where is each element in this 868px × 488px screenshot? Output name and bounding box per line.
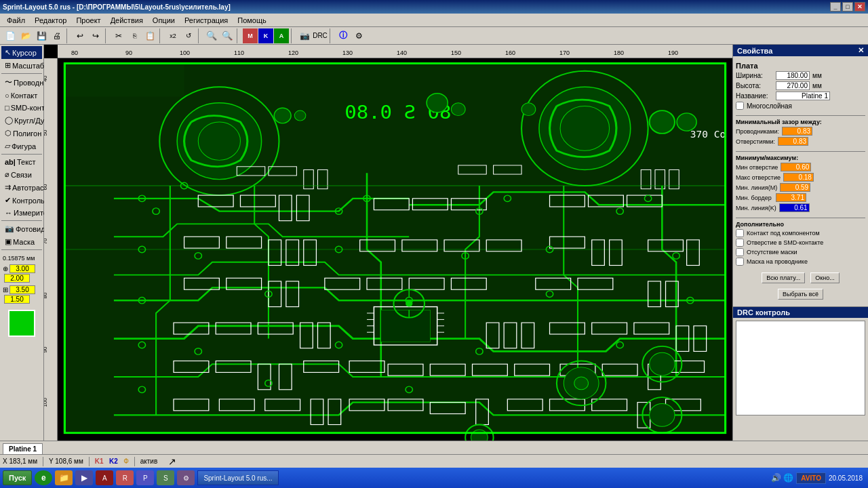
- width-unit: мм: [812, 72, 822, 79]
- min-lineK-value: 0.61: [779, 203, 810, 212]
- tool-polygon[interactable]: ⬡ Полигон: [1, 127, 42, 140]
- svg-point-125: [650, 352, 675, 375]
- taskbar-icon-ie[interactable]: e: [35, 470, 52, 485]
- select-all-button[interactable]: Выбрать всё: [778, 289, 823, 300]
- pcb-canvas[interactable]: 80 S 0.80 370 Co: [58, 58, 732, 441]
- layer-all-button[interactable]: A: [274, 28, 289, 43]
- pcb-area[interactable]: 80 90 100 110 120 130 140 150 160 170 18…: [44, 45, 732, 441]
- drc-header: DRC контроль: [733, 307, 868, 318]
- close-button[interactable]: ✕: [854, 2, 865, 12]
- tool-connect[interactable]: ⌀ Связи: [1, 168, 42, 181]
- rotate-button[interactable]: ↺: [181, 28, 196, 43]
- taskbar-icon-pcb[interactable]: S: [157, 470, 174, 485]
- arc-icon: ◯: [5, 116, 13, 125]
- zoom-out-button[interactable]: 🔍-: [220, 28, 235, 43]
- drc-title: DRC контроль: [737, 308, 790, 317]
- mask-wire-checkbox[interactable]: [736, 258, 744, 266]
- multilayer-checkbox[interactable]: [736, 102, 744, 110]
- contact-comp-checkbox[interactable]: [736, 229, 744, 237]
- taskbar-sprint[interactable]: Sprint-Layout 5.0 rus...: [197, 470, 278, 485]
- new-button[interactable]: 📄: [3, 28, 18, 43]
- menu-file[interactable]: Файл: [3, 15, 29, 26]
- name-input[interactable]: [776, 92, 830, 100]
- section-divider-2: [736, 151, 865, 152]
- menu-project[interactable]: Проект: [72, 15, 104, 26]
- taskbar-icon-app3[interactable]: P: [136, 470, 154, 485]
- layer-k-button[interactable]: K: [258, 28, 273, 43]
- menu-actions[interactable]: Действия: [106, 15, 147, 26]
- width-input[interactable]: [776, 71, 810, 80]
- tool-smd[interactable]: □ SMD-конт: [1, 102, 42, 114]
- taskbar-icon-folder[interactable]: 📁: [55, 470, 73, 485]
- tool-autoroute[interactable]: ⇉ Автотрасса: [1, 181, 42, 194]
- polygon-icon: ⬡: [5, 129, 12, 138]
- height-input[interactable]: [776, 81, 810, 90]
- ruler-mark-150: 150: [451, 49, 461, 56]
- taskbar-icon-app1[interactable]: A: [96, 470, 113, 485]
- print-button[interactable]: 🖨: [50, 28, 64, 43]
- menu-options[interactable]: Опции: [149, 15, 179, 26]
- hole-smd-checkbox[interactable]: [736, 239, 744, 247]
- drc-button[interactable]: DRC: [313, 28, 328, 43]
- tab-platine1[interactable]: Platine 1: [3, 443, 43, 454]
- menu-edit[interactable]: Редактор: [31, 15, 71, 26]
- zoom-in-button[interactable]: 🔍: [204, 28, 219, 43]
- layer-m-button[interactable]: M: [243, 28, 258, 43]
- taskbar: Пуск e 📁 ▶ A R P S ⚙ Sprint-Layout 5.0 r…: [0, 468, 868, 488]
- menu-help[interactable]: Помощь: [233, 15, 271, 26]
- svg-point-127: [650, 403, 675, 426]
- tool-pad[interactable]: ○ Контакт: [1, 89, 42, 102]
- no-mask-checkbox[interactable]: [736, 248, 744, 256]
- contact-comp-label: Контакт под компонентом: [747, 230, 820, 237]
- menu-register[interactable]: Регистрация: [180, 15, 232, 26]
- ruler-mark-120: 120: [288, 49, 298, 56]
- tool-mask[interactable]: ▣ Маска: [1, 235, 42, 248]
- cut-button[interactable]: ✂: [111, 28, 126, 43]
- pcb-svg: 80 S 0.80 370 Co: [58, 58, 732, 441]
- smd-icon: □: [5, 104, 9, 112]
- copy-button[interactable]: ⎘: [127, 28, 142, 43]
- taskbar-icon-app4[interactable]: ⚙: [177, 470, 195, 485]
- properties-panel-header: Свойства ✕: [733, 45, 868, 56]
- tool-control[interactable]: ✔ Контроль: [1, 194, 42, 207]
- settings-button[interactable]: ⚙: [351, 28, 366, 43]
- ruler-mark-v-80: 80: [44, 293, 48, 299]
- taskbar-icon-app2[interactable]: R: [116, 470, 134, 485]
- taskbar-sprint-label: Sprint-Layout 5.0 rus...: [203, 474, 272, 482]
- start-button[interactable]: Пуск: [3, 470, 32, 485]
- tool-arc[interactable]: ◯ Кругл/Дуга: [1, 114, 42, 127]
- toolbar-sep-1: [66, 28, 71, 43]
- tool-scale[interactable]: ⊞ Масштаб: [1, 59, 42, 72]
- min-hole-row: Мин отверстие 0.60: [736, 163, 865, 171]
- figure-icon: ▱: [5, 142, 10, 150]
- tool-text[interactable]: ab| Текст: [1, 156, 42, 168]
- taskbar-icon-media[interactable]: ▶: [75, 470, 93, 485]
- all-board-button[interactable]: Всю плату...: [762, 272, 805, 283]
- height-unit: мм: [812, 82, 822, 89]
- tool-figure[interactable]: ▱ Фигура: [1, 140, 42, 152]
- save-button[interactable]: 💾: [34, 28, 49, 43]
- paste-button[interactable]: 📋: [142, 28, 157, 43]
- info-button[interactable]: ⓘ: [336, 28, 351, 43]
- ruler-mark-v-40: 40: [44, 76, 48, 82]
- tool-measure[interactable]: ↔ Измеритель: [1, 207, 42, 219]
- undo-button[interactable]: ↩: [73, 28, 87, 43]
- redo-button[interactable]: ↪: [88, 28, 103, 43]
- tool-cursor[interactable]: ↖ Курсор: [1, 46, 42, 59]
- mirror-button[interactable]: x2: [165, 28, 180, 43]
- tool-wire[interactable]: 〜 Проводник: [1, 75, 42, 89]
- photo-button[interactable]: 📷: [297, 28, 312, 43]
- taskbar-tray: 🔊 🌐 AVITO 20.05.2018: [771, 472, 865, 484]
- properties-close-button[interactable]: ✕: [858, 46, 864, 55]
- status-sep-1: [43, 457, 43, 466]
- color-swatch[interactable]: [8, 310, 35, 337]
- toolbar-sep-3: [159, 28, 163, 43]
- minimize-button[interactable]: _: [830, 2, 841, 12]
- min-lineK-label: Мин. линия(K): [736, 205, 776, 211]
- status-active: актив: [140, 458, 158, 465]
- open-button[interactable]: 📂: [18, 28, 33, 43]
- maximize-button[interactable]: □: [842, 2, 853, 12]
- window-button[interactable]: Окно...: [810, 272, 839, 283]
- date-time: 20.05.2018: [829, 474, 863, 482]
- tool-photo[interactable]: 📷 Фотовид: [1, 222, 42, 235]
